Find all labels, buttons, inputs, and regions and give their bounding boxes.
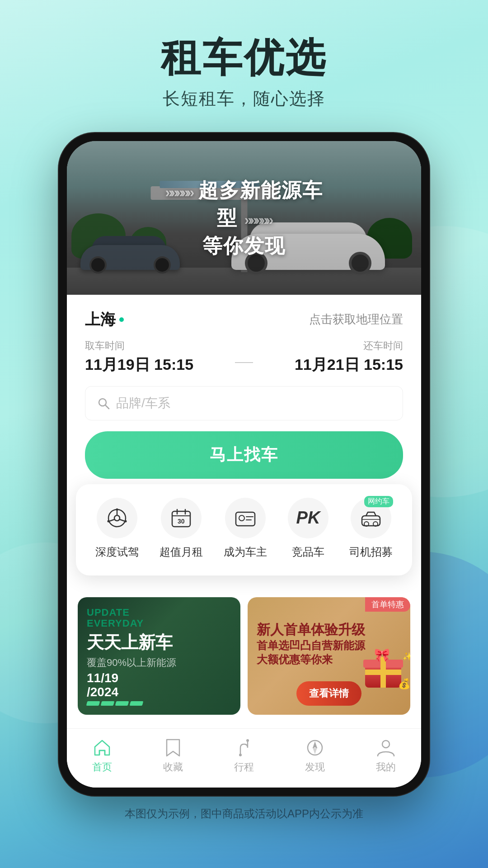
date-divider (235, 362, 253, 363)
svg-point-16 (239, 515, 244, 521)
menu-icon-pk-wrap: PK (288, 498, 328, 538)
menu-label-car-owner: 成为车主 (224, 545, 267, 559)
return-block: 还车时间 11月21日 15:15 (258, 339, 403, 375)
phone-screen: »»»»» 超多新能源车型 »»»»» 等你发现 上海 点击获取地理位置 (67, 141, 421, 788)
menu-label-monthly: 超值月租 (160, 545, 203, 559)
footer-disclaimer: 本图仅为示例，图中商品或活动以APP内公示为准 (0, 796, 488, 832)
svg-point-24 (246, 739, 249, 742)
main-title: 租车优选 (161, 36, 327, 80)
svg-marker-26 (313, 742, 317, 748)
update-text: UPDATEEVERYDAY (87, 607, 231, 629)
menu-label-test-drive: 深度试驾 (95, 545, 139, 559)
pickup-label: 取车时间 (85, 339, 230, 353)
search-bar[interactable]: 品牌/车系 (85, 386, 403, 420)
calendar-icon: 30 (170, 507, 192, 529)
menu-icon-person-wrap (225, 498, 266, 538)
menu-icon-calendar-wrap: 30 (161, 498, 202, 538)
card-main-title-green: 天天上新车 (87, 632, 231, 653)
nav-item-favorites[interactable]: 收藏 (163, 738, 183, 774)
gift-box-illustration: 🎀 💰 ✨ (361, 651, 406, 692)
banner-text: »»»»» 超多新能源车型 »»»»» 等你发现 (155, 176, 333, 259)
quick-menu-card: 深度试驾 30 超值月租 (76, 484, 412, 576)
promo-card-green[interactable]: UPDATEEVERYDAY 天天上新车 覆盖90%以上新能源 11/19/20… (78, 597, 240, 715)
nav-label-favorites: 收藏 (163, 760, 183, 774)
banner-cards: UPDATEEVERYDAY 天天上新车 覆盖90%以上新能源 11/19/20… (67, 586, 421, 715)
svg-point-8 (108, 520, 110, 522)
menu-icon-taxi-wrap (351, 498, 391, 538)
menu-item-test-drive[interactable]: 深度试驾 (95, 498, 139, 559)
phone-container: »»»»» 超多新能源车型 »»»»» 等你发现 上海 点击获取地理位置 (59, 133, 429, 796)
sub-title: 长短租车，随心选择 (163, 87, 325, 110)
svg-marker-27 (313, 748, 317, 753)
bookmark-icon (163, 738, 183, 758)
location-get-btn[interactable]: 点击获取地理位置 (309, 311, 403, 327)
menu-item-car-owner[interactable]: 成为车主 (224, 498, 267, 559)
pickup-block: 取车时间 11月19日 15:15 (85, 339, 230, 375)
location-dot (119, 317, 124, 322)
svg-point-23 (239, 754, 242, 756)
see-detail-button[interactable]: 查看详情 (296, 681, 361, 706)
svg-point-28 (382, 741, 389, 748)
pk-icon: PK (296, 508, 320, 528)
svg-text:30: 30 (178, 518, 185, 525)
person-card-icon (234, 507, 257, 529)
nav-label-profile: 我的 (376, 760, 396, 774)
return-value[interactable]: 11月21日 15:15 (258, 354, 403, 375)
booking-card: 上海 点击获取地理位置 取车时间 11月19日 15:15 还车时间 11月21… (67, 295, 421, 493)
bottom-nav: 首页 收藏 行程 (67, 728, 421, 788)
nav-item-discover[interactable]: 发现 (305, 738, 325, 774)
svg-line-6 (120, 519, 125, 521)
find-car-button[interactable]: 马上找车 (85, 431, 403, 479)
return-label: 还车时间 (258, 339, 403, 353)
svg-point-9 (125, 520, 127, 522)
menu-label-driver: 司机招募 (349, 545, 393, 559)
taxi-icon (360, 507, 382, 529)
steering-wheel-icon (106, 507, 128, 529)
nav-item-profile[interactable]: 我的 (376, 738, 396, 774)
card-date-stripe (87, 701, 143, 706)
svg-point-3 (114, 515, 120, 521)
svg-line-5 (109, 519, 115, 521)
nav-item-home[interactable]: 首页 (92, 738, 112, 774)
location-name[interactable]: 上海 (85, 309, 124, 330)
nav-label-trips: 行程 (234, 760, 254, 774)
disclaimer-text: 本图仅为示例，图中商品或活动以APP内公示为准 (125, 807, 363, 820)
svg-line-1 (105, 405, 109, 409)
banner-arrow-right: »»»»» (244, 212, 271, 228)
menu-label-pk: 竞品车 (292, 545, 324, 559)
menu-item-pk[interactable]: PK 竞品车 (288, 498, 328, 559)
red-card-title: 新人首单体验升级 (257, 621, 401, 638)
pickup-value[interactable]: 11月19日 15:15 (85, 354, 230, 375)
header-section: 租车优选 长短租车，随心选择 (0, 0, 488, 124)
car-banner: »»»»» 超多新能源车型 »»»»» 等你发现 (67, 141, 421, 295)
menu-item-monthly[interactable]: 30 超值月租 (160, 498, 203, 559)
svg-point-7 (116, 508, 118, 510)
date-row: 取车时间 11月19日 15:15 还车时间 11月21日 15:15 (85, 339, 403, 375)
person-icon (376, 738, 396, 758)
nav-label-home: 首页 (92, 760, 112, 774)
nav-item-trips[interactable]: 行程 (234, 738, 254, 774)
home-icon (92, 738, 112, 758)
nav-label-discover: 发现 (305, 760, 325, 774)
banner-line2: 等你发现 (155, 232, 333, 260)
search-icon (96, 396, 111, 410)
compass-icon (305, 738, 325, 758)
banner-arrow-left: »»»»» (165, 184, 192, 200)
menu-icon-steering-wrap (97, 498, 137, 538)
card-sub-text-green: 覆盖90%以上新能源 (87, 656, 231, 670)
promo-card-red[interactable]: 首单特惠 新人首单体验升级 首单选凹凸自营新能源大额优惠等你来 (248, 597, 410, 715)
phone-mockup: »»»»» 超多新能源车型 »»»»» 等你发现 上海 点击获取地理位置 (59, 133, 429, 796)
location-row: 上海 点击获取地理位置 (85, 309, 403, 330)
card-date-value: 11/19/2024 (87, 671, 143, 699)
menu-item-driver[interactable]: 司机招募 (349, 498, 393, 559)
route-icon (234, 738, 254, 758)
card-date: 11/19/2024 (87, 671, 143, 706)
search-placeholder: 品牌/车系 (116, 395, 170, 412)
